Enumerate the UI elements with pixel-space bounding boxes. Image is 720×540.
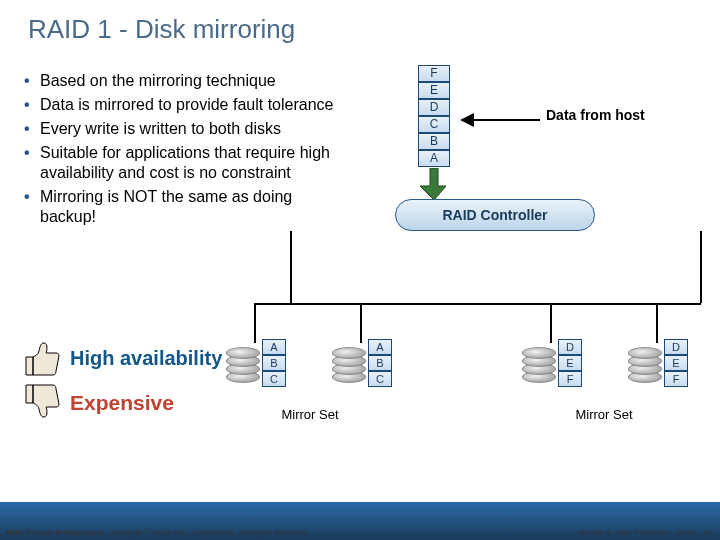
bus-line	[550, 303, 552, 343]
bus-line	[656, 303, 658, 343]
data-cell: E	[558, 355, 582, 371]
data-cell: B	[368, 355, 392, 371]
data-cell: D	[558, 339, 582, 355]
data-cell: E	[418, 82, 450, 99]
data-cell: D	[418, 99, 450, 116]
data-cell: C	[262, 371, 286, 387]
bus-line	[290, 303, 701, 305]
data-cell: A	[262, 339, 286, 355]
bus-line	[290, 231, 292, 303]
data-from-host-label: Data from host	[546, 107, 645, 123]
disk-data-stack: D E F	[558, 339, 582, 387]
data-cell: F	[558, 371, 582, 387]
disk-icon: A B C	[332, 341, 366, 387]
bus-line	[360, 303, 362, 343]
data-cell: A	[368, 339, 392, 355]
arrow-down-icon	[420, 168, 448, 200]
mirror-set-label: Mirror Set	[230, 407, 390, 422]
data-cell: D	[664, 339, 688, 355]
disk-data-stack: A B C	[262, 339, 286, 387]
bullet-item: Suitable for applications that require h…	[24, 143, 344, 183]
bullet-list: Based on the mirroring technique Data is…	[24, 71, 344, 231]
data-cell: B	[262, 355, 286, 371]
bullet-item: Every write is written to both disks	[24, 119, 344, 139]
data-cell: B	[418, 133, 450, 150]
footer-copyright: EMC Proven Professional. Copyright © 201…	[6, 528, 311, 537]
disk-icon: D E F	[522, 341, 556, 387]
bullet-item: Based on the mirroring technique	[24, 71, 344, 91]
slide-title: RAID 1 - Disk mirroring	[0, 0, 720, 45]
mirror-set-label: Mirror Set	[524, 407, 684, 422]
data-cell: C	[368, 371, 392, 387]
disk-icon: D E F	[628, 341, 662, 387]
slide-content: Based on the mirroring technique Data is…	[0, 45, 720, 485]
bullet-item: Data is mirrored to provide fault tolera…	[24, 95, 344, 115]
bus-line	[254, 303, 290, 305]
expensive-label: Expensive	[70, 391, 174, 415]
thumbs-up-icon	[22, 341, 62, 377]
data-cell: E	[664, 355, 688, 371]
footer-module: Module 3: Data Protection - RAID 23	[578, 528, 712, 537]
data-cell: F	[664, 371, 688, 387]
disk-data-stack: A B C	[368, 339, 392, 387]
arrow-left-icon	[460, 113, 540, 127]
disk-data-stack: D E F	[664, 339, 688, 387]
bus-line	[254, 303, 256, 343]
data-cell: A	[418, 150, 450, 167]
high-availability-label: High availability	[70, 347, 222, 370]
bullet-item: Mirroring is NOT the same as doing backu…	[24, 187, 344, 227]
incoming-data-stack: F E D C B A	[418, 65, 450, 167]
thumbs-down-icon	[22, 383, 62, 419]
bus-line	[700, 231, 702, 303]
raid-controller-box: RAID Controller	[395, 199, 595, 231]
data-cell: C	[418, 116, 450, 133]
page-number: 23	[703, 528, 712, 537]
data-cell: F	[418, 65, 450, 82]
disk-icon: A B C	[226, 341, 260, 387]
